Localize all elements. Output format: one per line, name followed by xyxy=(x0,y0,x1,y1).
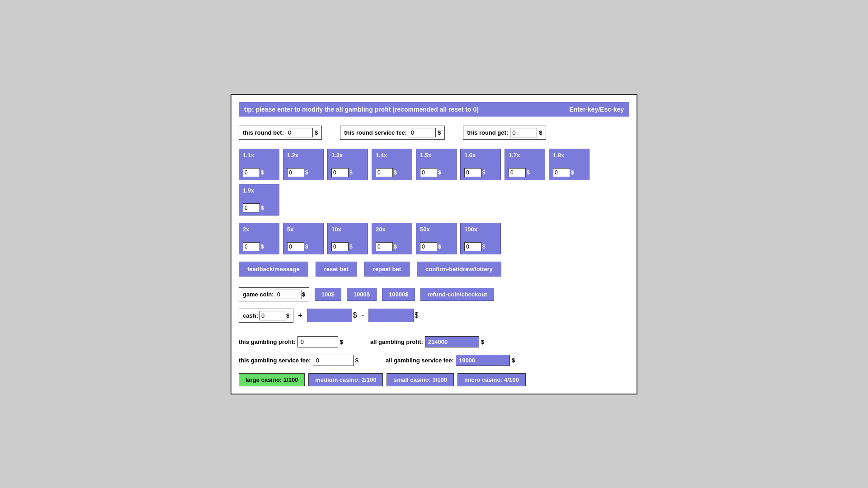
all-profit-label: all gambling profit: xyxy=(370,338,423,345)
multiplier-unit-10x: $ xyxy=(349,244,353,250)
round-bet-box: this round bet: $ xyxy=(239,126,322,140)
multiplier-input-100x[interactable] xyxy=(464,242,481,251)
multiplier-label-2x: 2x xyxy=(243,226,275,233)
btn-10000[interactable]: 10000$ xyxy=(382,288,415,301)
confirm-button[interactable]: confirm-bet/draw/lottery xyxy=(417,262,501,277)
multiplier-label-1.6x: 1.6x xyxy=(464,152,497,159)
multiplier-label-1.1x: 1.1x xyxy=(243,152,275,159)
all-profit-input[interactable] xyxy=(425,336,479,347)
multiplier-cell-1.2x[interactable]: 1.2x $ xyxy=(283,149,324,180)
multiplier-input-1.5x[interactable] xyxy=(420,168,437,177)
this-fee-input[interactable] xyxy=(313,355,354,366)
multipliers-row2: 2x $ 5x $ 10x $ 20x $ 50x xyxy=(239,223,629,254)
multiplier-cell-2x[interactable]: 2x $ xyxy=(239,223,279,254)
all-fee-input[interactable] xyxy=(456,355,510,366)
multiplier-unit-1.3x: $ xyxy=(349,169,353,176)
multiplier-label-20x: 20x xyxy=(376,226,408,233)
multiplier-input-5x[interactable] xyxy=(287,242,304,251)
round-info-row: this round bet: $ this round service fee… xyxy=(239,126,629,140)
cash-input[interactable] xyxy=(259,311,286,320)
coin-unit: $ xyxy=(302,291,305,298)
multiplier-cell-10x[interactable]: 10x $ xyxy=(327,223,368,254)
btn-1000[interactable]: 1000$ xyxy=(347,288,377,301)
main-container: tip: please enter to modify the all gamb… xyxy=(231,94,637,394)
all-profit-unit: $ xyxy=(481,338,484,345)
multiplier-input-1.2x[interactable] xyxy=(287,168,304,177)
multiplier-cell-5x[interactable]: 5x $ xyxy=(283,223,324,254)
round-fee-label: this round service fee: xyxy=(344,129,407,136)
multiplier-cell-100x[interactable]: 100x $ xyxy=(460,223,501,254)
coin-label-box: game coin: $ xyxy=(239,287,309,301)
multiplier-unit-1.6x: $ xyxy=(482,169,486,176)
multiplier-unit-1.9x: $ xyxy=(261,205,264,211)
all-fee-unit: $ xyxy=(512,357,515,364)
reset-button[interactable]: reset bet xyxy=(316,262,357,277)
multiplier-cell-1.6x[interactable]: 1.6x $ xyxy=(460,149,501,180)
this-profit-input[interactable] xyxy=(297,336,338,347)
small-casino-badge[interactable]: small casino: 3/100 xyxy=(387,373,454,386)
cash-sub-unit: $ xyxy=(415,311,419,319)
multiplier-unit-20x: $ xyxy=(394,244,397,250)
multiplier-input-2x[interactable] xyxy=(243,242,260,251)
this-fee-label: this gambling service fee: xyxy=(239,357,311,364)
feedback-button[interactable]: feedback/message xyxy=(239,262,308,277)
round-fee-unit: $ xyxy=(438,129,441,136)
this-profit-label: this gambling profit: xyxy=(239,338,296,345)
this-fee-item: this gambling service fee: $ xyxy=(239,355,359,366)
multiplier-cell-1.3x[interactable]: 1.3x $ xyxy=(327,149,368,180)
multiplier-cell-1.8x[interactable]: 1.8x $ xyxy=(549,149,590,180)
profit-row1: this gambling profit: $ all gambling pro… xyxy=(239,336,629,347)
round-fee-input[interactable] xyxy=(409,128,436,137)
multiplier-cell-20x[interactable]: 20x $ xyxy=(372,223,412,254)
minus-operator: - xyxy=(361,311,363,319)
multiplier-input-20x[interactable] xyxy=(376,242,393,251)
multiplier-unit-1.4x: $ xyxy=(394,169,397,176)
cash-add-input[interactable] xyxy=(307,309,352,322)
all-fee-label: all gambling service fee: xyxy=(386,357,454,364)
btn-100[interactable]: 100$ xyxy=(315,288,341,301)
round-get-input[interactable] xyxy=(510,128,537,137)
cash-sub-input[interactable] xyxy=(368,309,414,322)
tip-shortcut: Enter-key/Esc-key xyxy=(569,106,624,113)
multiplier-cell-50x[interactable]: 50x $ xyxy=(416,223,457,254)
multiplier-input-1.3x[interactable] xyxy=(331,168,349,177)
multiplier-unit-1.2x: $ xyxy=(305,169,308,176)
multiplier-cell-1.9x[interactable]: 1.9x $ xyxy=(239,184,279,216)
this-profit-item: this gambling profit: $ xyxy=(239,336,343,347)
refund-button[interactable]: refund-coin/checkout xyxy=(420,288,494,301)
micro-casino-badge[interactable]: micro casino: 4/100 xyxy=(458,373,526,386)
repeat-button[interactable]: repeat bet xyxy=(364,262,410,277)
multiplier-unit-1.7x: $ xyxy=(527,169,530,176)
multiplier-cell-1.7x[interactable]: 1.7x $ xyxy=(505,149,545,180)
multiplier-input-10x[interactable] xyxy=(331,242,349,251)
multiplier-unit-2x: $ xyxy=(261,244,264,250)
round-get-unit: $ xyxy=(539,129,542,136)
multiplier-label-10x: 10x xyxy=(331,226,364,233)
multiplier-unit-1.8x: $ xyxy=(571,169,574,176)
multiplier-input-1.1x[interactable] xyxy=(243,168,260,177)
multiplier-cell-1.5x[interactable]: 1.5x $ xyxy=(416,149,457,180)
multiplier-label-1.2x: 1.2x xyxy=(287,152,320,159)
cash-row: cash: $ + $ - $ xyxy=(239,309,629,323)
cash-label: cash: xyxy=(243,312,258,319)
multiplier-input-1.6x[interactable] xyxy=(464,168,481,177)
all-profit-item: all gambling profit: $ xyxy=(370,336,484,347)
multiplier-cell-1.4x[interactable]: 1.4x $ xyxy=(372,149,412,180)
coin-row: game coin: $ 100$ 1000$ 10000$ refund-co… xyxy=(239,287,629,301)
multiplier-input-1.9x[interactable] xyxy=(243,203,260,212)
multiplier-input-1.4x[interactable] xyxy=(376,168,393,177)
this-profit-unit: $ xyxy=(340,338,343,345)
multiplier-input-1.8x[interactable] xyxy=(553,168,570,177)
coin-input[interactable] xyxy=(275,290,302,299)
large-casino-badge[interactable]: large casino: 1/100 xyxy=(239,373,305,386)
multipliers-row1: 1.1x $ 1.2x $ 1.3x $ 1.4x $ 1.5x xyxy=(239,149,629,216)
round-get-box: this round get: $ xyxy=(463,126,546,140)
multiplier-label-1.7x: 1.7x xyxy=(509,152,541,159)
medium-casino-badge[interactable]: medium casino: 2/100 xyxy=(308,373,383,386)
plus-operator: + xyxy=(298,311,302,319)
multiplier-label-50x: 50x xyxy=(420,226,453,233)
multiplier-input-1.7x[interactable] xyxy=(509,168,526,177)
multiplier-input-50x[interactable] xyxy=(420,242,437,251)
multiplier-cell-1.1x[interactable]: 1.1x $ xyxy=(239,149,279,180)
round-bet-input[interactable] xyxy=(286,128,313,137)
